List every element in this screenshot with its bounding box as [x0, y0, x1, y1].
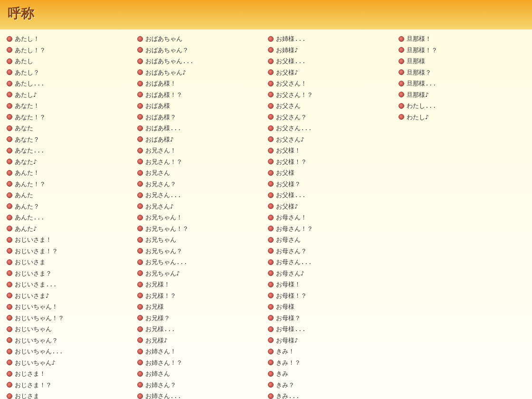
list-item[interactable]: あなた！: [5, 100, 135, 112]
list-item[interactable]: お父さん: [266, 100, 397, 112]
list-item[interactable]: おばあちゃん？: [135, 45, 266, 56]
list-item[interactable]: お父様♪: [266, 201, 397, 212]
list-item[interactable]: 旦那様？: [397, 67, 527, 78]
list-item[interactable]: あなた: [5, 123, 135, 134]
list-item[interactable]: お父様？: [266, 179, 397, 190]
list-item[interactable]: 旦那様...: [397, 78, 527, 89]
list-item[interactable]: お姉さん...: [135, 390, 266, 399]
list-item[interactable]: あんた♪: [5, 223, 135, 235]
list-item[interactable]: お姉さん: [135, 368, 266, 380]
list-item[interactable]: お母様！？: [266, 290, 397, 302]
list-item[interactable]: お母様♪: [266, 335, 397, 346]
list-item[interactable]: おばあちゃん...: [135, 56, 266, 67]
list-item[interactable]: お母様: [266, 301, 397, 313]
list-item[interactable]: あたし？: [5, 67, 135, 78]
list-item[interactable]: お母さん: [266, 234, 397, 246]
list-item[interactable]: おじいさま！？: [5, 246, 135, 257]
list-item[interactable]: お姉様...: [266, 33, 397, 45]
list-item[interactable]: お兄ちゃん♪: [135, 268, 266, 279]
list-item[interactable]: おばあ様？: [135, 112, 266, 123]
list-item[interactable]: おばあ様♪: [135, 134, 266, 145]
list-item[interactable]: おじいさま: [5, 256, 135, 268]
list-item[interactable]: あたし！: [5, 33, 135, 45]
list-item[interactable]: あんた...: [5, 212, 135, 223]
list-item[interactable]: お姉様♪: [266, 45, 397, 56]
list-item[interactable]: お父さん！？: [266, 89, 397, 101]
list-item[interactable]: お父様: [266, 167, 397, 179]
list-item[interactable]: あなた！？: [5, 112, 135, 123]
list-item[interactable]: お兄さん！？: [135, 156, 266, 168]
list-item[interactable]: 旦那様！？: [397, 45, 527, 56]
list-item[interactable]: おじいさま！: [5, 234, 135, 246]
list-item[interactable]: お兄様♪: [135, 335, 266, 346]
list-item[interactable]: お兄さん: [135, 167, 266, 179]
list-item[interactable]: おじいちゃん！？: [5, 313, 135, 324]
list-item[interactable]: お父さん...: [266, 123, 397, 134]
list-item[interactable]: あなた...: [5, 145, 135, 156]
list-item[interactable]: おじいちゃん...: [5, 346, 135, 357]
list-item[interactable]: お母さん？: [266, 246, 397, 257]
list-item[interactable]: あなた♪: [5, 156, 135, 168]
list-item[interactable]: 旦那様: [397, 56, 527, 67]
list-item[interactable]: おじさま: [5, 390, 135, 399]
list-item[interactable]: おばあちゃん: [135, 33, 266, 45]
list-item[interactable]: お母さん...: [266, 256, 397, 268]
list-item[interactable]: おじいさま...: [5, 279, 135, 290]
list-item[interactable]: お父様...: [266, 56, 397, 67]
list-item[interactable]: あたし...: [5, 78, 135, 89]
list-item[interactable]: お兄ちゃん？: [135, 246, 266, 257]
list-item[interactable]: お父さん！: [266, 78, 397, 89]
list-item[interactable]: おじいちゃん！: [5, 301, 135, 313]
list-item[interactable]: きみ！？: [266, 357, 397, 369]
list-item[interactable]: お兄さん...: [135, 190, 266, 201]
list-item[interactable]: おじさま！: [5, 368, 135, 380]
list-item[interactable]: きみ？: [266, 380, 397, 391]
list-item[interactable]: あんた: [5, 190, 135, 201]
list-item[interactable]: お兄ちゃん！: [135, 212, 266, 223]
list-item[interactable]: あんた！？: [5, 179, 135, 190]
list-item[interactable]: おじいちゃん♪: [5, 357, 135, 369]
list-item[interactable]: お兄様: [135, 301, 266, 313]
list-item[interactable]: お姉さん！: [135, 346, 266, 357]
list-item[interactable]: お父さん？: [266, 112, 397, 123]
list-item[interactable]: お父様！？: [266, 156, 397, 168]
list-item[interactable]: おじいちゃん: [5, 323, 135, 335]
list-item[interactable]: おじいさま？: [5, 268, 135, 279]
list-item[interactable]: お兄さん？: [135, 179, 266, 190]
list-item[interactable]: お兄ちゃん...: [135, 256, 266, 268]
list-item[interactable]: お兄様！？: [135, 290, 266, 302]
list-item[interactable]: お兄様？: [135, 313, 266, 324]
list-item[interactable]: おじいちゃん？: [5, 335, 135, 346]
list-item[interactable]: お母さん！: [266, 212, 397, 223]
list-item[interactable]: あんた！: [5, 167, 135, 179]
list-item[interactable]: お父様♪: [266, 67, 397, 78]
list-item[interactable]: お兄ちゃん！？: [135, 223, 266, 235]
list-item[interactable]: おばあ様: [135, 100, 266, 112]
list-item[interactable]: わたし...: [397, 100, 527, 112]
list-item[interactable]: お兄様！: [135, 279, 266, 290]
list-item[interactable]: おじさま！？: [5, 380, 135, 391]
list-item[interactable]: お兄ちゃん: [135, 234, 266, 246]
list-item[interactable]: お母さん♪: [266, 268, 397, 279]
list-item[interactable]: きみ: [266, 368, 397, 380]
list-item[interactable]: お兄さん♪: [135, 201, 266, 212]
list-item[interactable]: お母さん！？: [266, 223, 397, 235]
list-item[interactable]: おばあちゃん♪: [135, 67, 266, 78]
list-item[interactable]: お父さん♪: [266, 134, 397, 145]
list-item[interactable]: お父様！: [266, 145, 397, 156]
list-item[interactable]: あんた？: [5, 201, 135, 212]
list-item[interactable]: おばあ様！？: [135, 89, 266, 101]
list-item[interactable]: お父様...: [266, 190, 397, 201]
list-item[interactable]: おばあ様...: [135, 123, 266, 134]
list-item[interactable]: わたし♪: [397, 112, 527, 123]
list-item[interactable]: 旦那様！: [397, 33, 527, 45]
list-item[interactable]: お姉さん！？: [135, 357, 266, 369]
list-item[interactable]: お母様！: [266, 279, 397, 290]
list-item[interactable]: 旦那様♪: [397, 89, 527, 101]
list-item[interactable]: あたし: [5, 56, 135, 67]
list-item[interactable]: あたし！？: [5, 45, 135, 56]
list-item[interactable]: きみ...: [266, 390, 397, 399]
list-item[interactable]: お姉さん？: [135, 380, 266, 391]
list-item[interactable]: お母様...: [266, 323, 397, 335]
list-item[interactable]: おじいさま♪: [5, 290, 135, 302]
